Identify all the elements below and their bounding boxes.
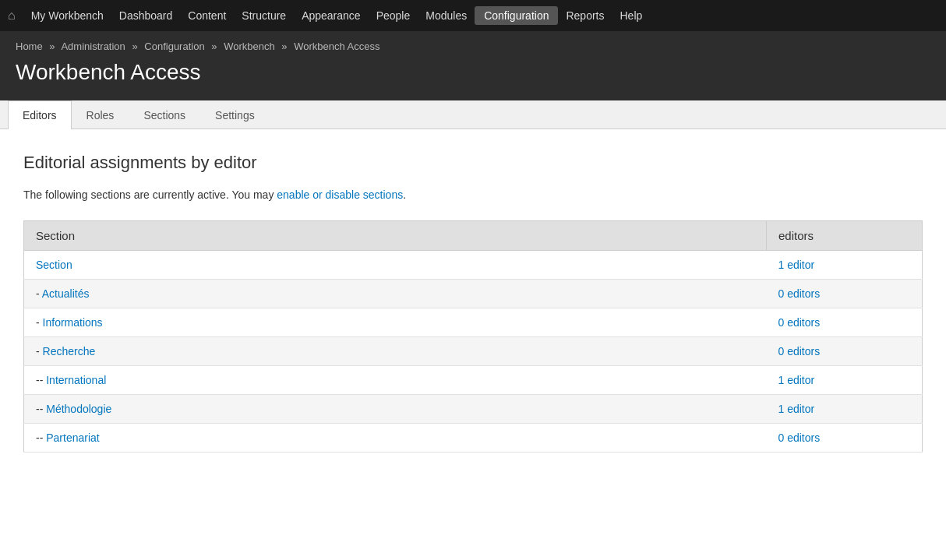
breadcrumb-workbench[interactable]: Workbench — [224, 41, 275, 52]
description-prefix: The following sections are currently act… — [23, 188, 277, 201]
table-row: -- International1 editor — [24, 366, 923, 395]
editors-count-link[interactable]: 1 editor — [778, 403, 815, 415]
table-row: - Informations0 editors — [24, 308, 923, 337]
editors-count-link[interactable]: 0 editors — [778, 431, 821, 444]
nav-item-my-workbench[interactable]: My Workbench — [23, 0, 111, 31]
header-area: Home » Administration » Configuration » … — [0, 31, 946, 100]
section-indent: -- — [36, 431, 46, 444]
breadcrumb-administration[interactable]: Administration — [61, 41, 125, 52]
section-cell: -- International — [24, 366, 767, 395]
section-cell: -- Partenariat — [24, 424, 767, 453]
description-suffix: . — [403, 188, 406, 201]
editors-count-cell: 1 editor — [767, 395, 923, 424]
breadcrumb-configuration[interactable]: Configuration — [144, 41, 204, 52]
section-cell: - Recherche — [24, 337, 767, 366]
home-icon[interactable]: ⌂ — [8, 9, 16, 23]
section-indent: - — [36, 345, 43, 357]
nav-item-structure[interactable]: Structure — [234, 0, 294, 31]
table-row: Section1 editor — [24, 251, 923, 280]
breadcrumb-workbench-access[interactable]: Workbench Access — [294, 41, 379, 52]
editors-count-link[interactable]: 0 editors — [778, 287, 821, 300]
section-link[interactable]: Section — [36, 259, 72, 271]
nav-item-configuration[interactable]: Configuration — [475, 6, 558, 25]
tab-roles[interactable]: Roles — [72, 100, 129, 129]
nav-item-modules[interactable]: Modules — [418, 0, 475, 31]
nav-item-reports[interactable]: Reports — [558, 0, 612, 31]
tab-editors[interactable]: Editors — [8, 100, 72, 129]
breadcrumb-sep-3: » — [211, 41, 217, 52]
table-row: -- Méthodologie1 editor — [24, 395, 923, 424]
nav-item-dashboard[interactable]: Dashboard — [111, 0, 181, 31]
content-heading: Editorial assignments by editor — [23, 153, 923, 173]
section-indent: - — [36, 316, 43, 329]
nav-item-content[interactable]: Content — [180, 0, 234, 31]
breadcrumb-sep-1: » — [49, 41, 55, 52]
editors-count-link[interactable]: 1 editor — [778, 374, 815, 386]
col-header-editors: editors — [767, 221, 923, 251]
section-cell: Section — [24, 251, 767, 280]
editors-count-link[interactable]: 1 editor — [778, 259, 815, 271]
section-link[interactable]: International — [46, 374, 106, 386]
section-indent: - — [36, 287, 42, 300]
breadcrumb-sep-2: » — [132, 41, 137, 52]
tab-settings[interactable]: Settings — [200, 100, 270, 129]
section-cell: - Informations — [24, 308, 767, 337]
nav-item-people[interactable]: People — [369, 0, 418, 31]
breadcrumb-sep-4: » — [281, 41, 287, 52]
editors-count-cell: 0 editors — [767, 337, 923, 366]
top-nav: ⌂ My Workbench Dashboard Content Structu… — [0, 0, 946, 31]
table-row: -- Partenariat0 editors — [24, 424, 923, 453]
breadcrumb: Home » Administration » Configuration » … — [16, 41, 930, 52]
editors-count-link[interactable]: 0 editors — [778, 345, 821, 357]
table-row: - Actualités0 editors — [24, 280, 923, 308]
editors-count-cell: 1 editor — [767, 366, 923, 395]
enable-disable-link[interactable]: enable or disable sections — [277, 188, 403, 201]
editors-count-cell: 1 editor — [767, 251, 923, 280]
section-indent: -- — [36, 403, 46, 415]
editors-count-cell: 0 editors — [767, 424, 923, 453]
editors-table: Section editors Section1 editor- Actuali… — [23, 220, 923, 453]
editors-count-cell: 0 editors — [767, 308, 923, 337]
tabs-container: Editors Roles Sections Settings — [0, 100, 946, 129]
editors-count-link[interactable]: 0 editors — [778, 316, 821, 329]
col-header-section: Section — [24, 221, 767, 251]
section-cell: -- Méthodologie — [24, 395, 767, 424]
main-content: Editorial assignments by editor The foll… — [0, 129, 946, 476]
section-indent: -- — [36, 374, 46, 386]
section-link[interactable]: Partenariat — [46, 431, 99, 444]
table-row: - Recherche0 editors — [24, 337, 923, 366]
section-link[interactable]: Informations — [43, 316, 103, 329]
editors-count-cell: 0 editors — [767, 280, 923, 308]
breadcrumb-home[interactable]: Home — [16, 41, 43, 52]
nav-item-help[interactable]: Help — [612, 0, 650, 31]
content-description: The following sections are currently act… — [23, 188, 923, 201]
section-link[interactable]: Actualités — [42, 287, 90, 300]
table-header-row: Section editors — [24, 221, 923, 251]
nav-item-appearance[interactable]: Appearance — [294, 0, 369, 31]
section-link[interactable]: Méthodologie — [46, 403, 111, 415]
page-title: Workbench Access — [16, 60, 930, 85]
tab-sections[interactable]: Sections — [129, 100, 200, 129]
section-link[interactable]: Recherche — [43, 345, 96, 357]
section-cell: - Actualités — [24, 280, 767, 308]
